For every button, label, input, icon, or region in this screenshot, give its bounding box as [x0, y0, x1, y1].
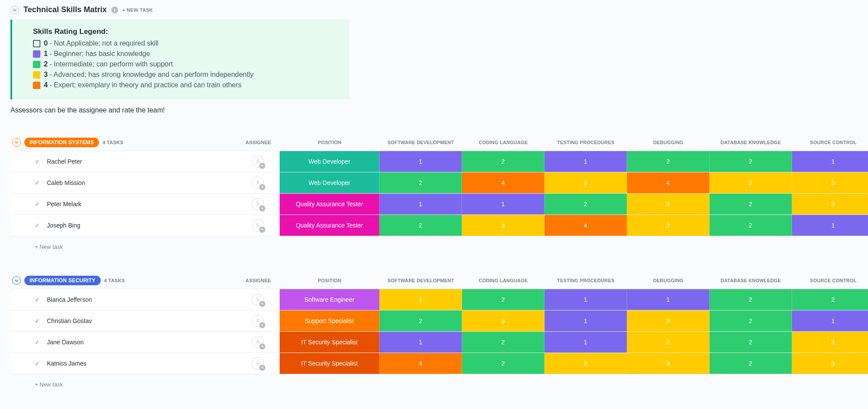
skill-cell[interactable]: 2 — [462, 332, 545, 353]
assignee-cell[interactable]: + — [236, 331, 280, 353]
skill-cell[interactable]: 2 — [710, 194, 792, 214]
position-cell[interactable]: Software Engineer — [280, 289, 380, 310]
assignee-add-icon[interactable]: + — [252, 357, 264, 369]
skill-cell[interactable]: 1 — [627, 289, 710, 310]
skill-cell[interactable]: 3 — [627, 194, 710, 214]
position-cell[interactable]: Support Specialist — [280, 310, 380, 331]
skill-cell[interactable]: 2 — [462, 151, 545, 172]
skill-cell[interactable]: 2 — [792, 289, 868, 310]
table-row[interactable]: ✓ Peter Melark + Quality Assurance Teste… — [10, 194, 868, 215]
task-name-cell[interactable]: ✓ Joseph Bing — [10, 215, 236, 236]
position-cell[interactable]: IT Security Specialist — [280, 353, 380, 374]
skill-cell[interactable]: 3 — [627, 332, 710, 353]
table-row[interactable]: ✓ Rachel Peter + Web Developer121221 — [10, 151, 868, 172]
skill-cell[interactable]: 2 — [710, 310, 792, 331]
new-task-row[interactable]: + New task — [10, 374, 868, 395]
skill-cell[interactable]: 1 — [792, 215, 868, 236]
skill-cell[interactable]: 4 — [545, 215, 627, 236]
skill-cell[interactable]: 3 — [792, 172, 868, 193]
assignee-add-icon[interactable]: + — [252, 155, 264, 168]
assignee-add-icon[interactable]: + — [252, 219, 264, 231]
skill-cell[interactable]: 2 — [710, 151, 792, 172]
collapse-section-icon[interactable] — [10, 6, 19, 14]
assignee-cell[interactable]: + — [236, 289, 280, 310]
skill-cell[interactable]: 2 — [380, 215, 462, 236]
skill-cell[interactable]: 1 — [545, 289, 627, 310]
skill-cell[interactable]: 3 — [792, 332, 868, 353]
skill-cell[interactable]: 1 — [380, 194, 462, 214]
collapse-group-icon[interactable] — [12, 138, 21, 147]
info-icon[interactable]: i — [111, 7, 118, 13]
skill-cell[interactable]: 1 — [545, 151, 627, 172]
new-task-button[interactable]: + NEW TASK — [122, 7, 153, 13]
skill-cell[interactable]: 3 — [627, 353, 710, 374]
skill-cell[interactable]: 2 — [710, 353, 792, 374]
assignee-add-icon[interactable]: + — [252, 198, 264, 210]
group-pill[interactable]: Information Security — [24, 276, 101, 285]
skill-cell[interactable]: 3 — [627, 310, 710, 331]
skill-cell[interactable]: 1 — [545, 332, 627, 353]
skill-cell[interactable]: 1 — [792, 310, 868, 331]
position-cell[interactable]: Quality Assurance Tester — [280, 215, 380, 236]
skill-cell[interactable]: 3 — [792, 353, 868, 374]
skill-cell[interactable]: 2 — [462, 289, 545, 310]
skill-cell[interactable]: 1 — [792, 151, 868, 172]
table-row[interactable]: ✓ Caleb Mission + Web Developer243433 — [10, 172, 868, 194]
skill-cell[interactable]: 4 — [462, 172, 545, 193]
skill-cell[interactable]: 2 — [462, 353, 545, 374]
skill-cell[interactable]: 2 — [710, 332, 792, 353]
skill-cell[interactable]: 2 — [710, 289, 792, 310]
skill-cell[interactable]: 1 — [380, 151, 462, 172]
assignee-cell[interactable]: + — [236, 310, 280, 331]
assignee-cell[interactable]: + — [236, 151, 280, 172]
assignee-add-icon[interactable]: + — [252, 294, 264, 306]
assignee-cell[interactable]: + — [236, 172, 280, 194]
assignee-cell[interactable]: + — [236, 353, 280, 374]
position-cell[interactable]: Web Developer — [280, 172, 380, 193]
skill-cell[interactable]: 3 — [380, 289, 462, 310]
skill-cell[interactable]: 2 — [380, 310, 462, 331]
assignee-add-icon[interactable]: + — [252, 336, 264, 348]
task-name-cell[interactable]: ✓ Bianca Jefferson — [10, 289, 236, 310]
skill-cell[interactable]: 2 — [545, 194, 627, 214]
skill-cell[interactable]: 2 — [380, 172, 462, 193]
skill-cell[interactable]: 1 — [380, 332, 462, 353]
task-name-cell[interactable]: ✓ Jane Dawson — [10, 332, 236, 353]
position-cell[interactable]: Quality Assurance Tester — [280, 194, 380, 214]
collapse-group-icon[interactable] — [12, 276, 21, 285]
skill-cell[interactable]: 3 — [792, 194, 868, 214]
skill-cell[interactable]: 3 — [462, 215, 545, 236]
skill-cell[interactable]: 3 — [545, 172, 627, 193]
skill-cell[interactable]: 1 — [462, 194, 545, 214]
table-row[interactable]: ✓ Joseph Bing + Quality Assurance Tester… — [10, 215, 868, 236]
task-name: Joseph Bing — [47, 222, 80, 229]
column-header: ASSIGNEE — [236, 273, 280, 289]
group-pill[interactable]: Information Systems — [24, 138, 99, 147]
skill-cell[interactable]: 1 — [545, 310, 627, 331]
table-row[interactable]: ✓ Christian Gostav + Support Specialist2… — [10, 310, 868, 331]
position-cell[interactable]: IT Security Specialist — [280, 332, 380, 353]
skill-cell[interactable]: 4 — [627, 172, 710, 193]
skill-cell[interactable]: 4 — [380, 353, 462, 374]
task-name-cell[interactable]: ✓ Caleb Mission — [10, 172, 236, 193]
legend-text: 3 - Advanced; has strong knowledge and c… — [44, 71, 254, 79]
skill-cell[interactable]: 3 — [462, 310, 545, 331]
task-name-cell[interactable]: ✓ Katniss James — [10, 353, 236, 374]
position-cell[interactable]: Web Developer — [280, 151, 380, 172]
table-row[interactable]: ✓ Bianca Jefferson + Software Engineer32… — [10, 289, 868, 310]
skill-cell[interactable]: 3 — [627, 215, 710, 236]
skill-cell[interactable]: 3 — [710, 172, 792, 193]
table-row[interactable]: ✓ Jane Dawson + IT Security Specialist12… — [10, 331, 868, 353]
table-row[interactable]: ✓ Katniss James + IT Security Specialist… — [10, 353, 868, 374]
task-name-cell[interactable]: ✓ Peter Melark — [10, 194, 236, 214]
task-name-cell[interactable]: ✓ Rachel Peter — [10, 151, 236, 172]
assignee-cell[interactable]: + — [236, 215, 280, 236]
skill-cell[interactable]: 2 — [710, 215, 792, 236]
assignee-add-icon[interactable]: + — [252, 315, 264, 327]
skill-cell[interactable]: 3 — [545, 353, 627, 374]
new-task-row[interactable]: + New task — [10, 236, 868, 257]
assignee-add-icon[interactable]: + — [252, 177, 264, 189]
task-name-cell[interactable]: ✓ Christian Gostav — [10, 310, 236, 331]
skill-cell[interactable]: 2 — [627, 151, 710, 172]
assignee-cell[interactable]: + — [236, 194, 280, 215]
